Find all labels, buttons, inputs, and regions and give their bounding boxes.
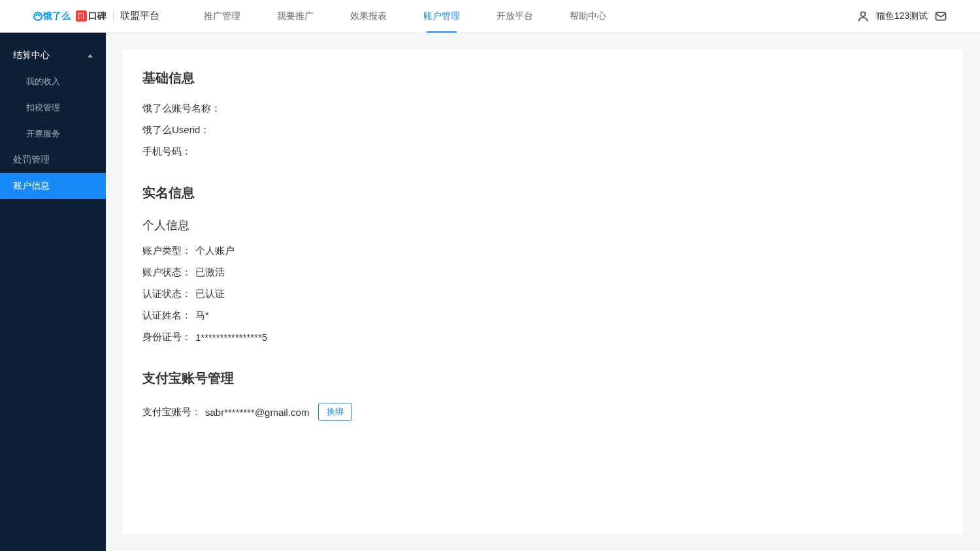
info-label: 账户状态： (142, 266, 191, 279)
nav-promotion-manage[interactable]: 推广管理 (186, 0, 259, 33)
koubei-badge-icon: 口 (76, 10, 87, 22)
info-row: 饿了么账号名称： (142, 102, 943, 115)
alipay-row: 支付宝账号： sabr********@gmail.com 换绑 (142, 403, 943, 421)
info-label: 饿了么账号名称： (142, 102, 221, 115)
platform-name: 联盟平台 (120, 10, 159, 22)
info-label: 饿了么Userid： (142, 124, 210, 136)
alipay-label: 支付宝账号： (142, 406, 201, 418)
info-row: 认证姓名： 马* (142, 309, 943, 322)
sidebar-sub-tax[interactable]: 扣税管理 (0, 95, 106, 121)
eleme-logo: 饿了么 (33, 10, 71, 22)
mail-icon[interactable] (934, 10, 947, 23)
alipay-section: 支付宝账号管理 支付宝账号： sabr********@gmail.com 换绑 (142, 370, 943, 421)
rebind-button[interactable]: 换绑 (318, 403, 352, 421)
chevron-up-icon (88, 54, 93, 57)
body-layout: 结算中心 我的收入 扣税管理 开票服务 处罚管理 账户信息 基础信息 饿了么账号… (0, 33, 980, 551)
koubei-logo-text: 口碑 (88, 10, 106, 22)
username-label[interactable]: 猫鱼123测试 (876, 10, 928, 22)
nav-account-manage[interactable]: 账户管理 (405, 0, 478, 33)
info-row: 账户类型： 个人账户 (142, 245, 943, 257)
nav-want-promote[interactable]: 我要推广 (259, 0, 332, 33)
basic-info-title: 基础信息 (142, 69, 943, 87)
info-label: 账户类型： (142, 245, 191, 257)
logo-group[interactable]: 饿了么 口 口碑 联盟平台 (33, 10, 159, 22)
alipay-value: sabr********@gmail.com (205, 407, 309, 418)
realname-section: 实名信息 个人信息 账户类型： 个人账户 账户状态： 已激活 认证状态： 已认证… (142, 184, 943, 343)
sidebar-sub-invoice[interactable]: 开票服务 (0, 121, 106, 147)
info-row: 身份证号： 1****************5 (142, 331, 943, 343)
info-value: 1****************5 (195, 332, 267, 343)
alipay-title: 支付宝账号管理 (142, 370, 943, 387)
info-label: 身份证号： (142, 331, 191, 343)
info-value: 马* (195, 309, 209, 322)
realname-title: 实名信息 (142, 184, 943, 202)
main-content: 基础信息 饿了么账号名称： 饿了么Userid： 手机号码： 实名信息 个人信息 (106, 33, 980, 551)
main-nav: 推广管理 我要推广 效果报表 账户管理 开放平台 帮助中心 (186, 0, 625, 33)
top-header: 饿了么 口 口碑 联盟平台 推广管理 我要推广 效果报表 账户管理 开放平台 帮… (0, 0, 980, 33)
user-icon[interactable] (857, 10, 870, 23)
sidebar-item-account-info[interactable]: 账户信息 (0, 173, 106, 199)
personal-info-title: 个人信息 (142, 217, 943, 233)
info-row: 饿了么Userid： (142, 124, 943, 136)
info-row: 账户状态： 已激活 (142, 266, 943, 279)
info-row: 认证状态： 已认证 (142, 288, 943, 300)
header-right: 猫鱼123测试 (857, 10, 947, 23)
info-label: 手机号码： (142, 146, 191, 158)
logo-divider (113, 10, 114, 22)
nav-help-center[interactable]: 帮助中心 (551, 0, 625, 33)
svg-point-0 (34, 12, 42, 20)
info-label: 认证状态： (142, 288, 191, 300)
sidebar-sub-income[interactable]: 我的收入 (0, 69, 106, 95)
nav-open-platform[interactable]: 开放平台 (478, 0, 551, 33)
sidebar-item-penalty[interactable]: 处罚管理 (0, 147, 106, 173)
koubei-logo: 口 口碑 (76, 10, 106, 22)
sidebar-group-title: 结算中心 (13, 50, 50, 61)
info-label: 认证姓名： (142, 309, 191, 322)
info-value: 已激活 (195, 266, 225, 279)
svg-point-1 (860, 12, 865, 16)
sidebar: 结算中心 我的收入 扣税管理 开票服务 处罚管理 账户信息 (0, 33, 106, 551)
info-value: 已认证 (195, 288, 225, 300)
info-value: 个人账户 (195, 245, 235, 257)
sidebar-group-settlement[interactable]: 结算中心 (0, 42, 106, 69)
content-card: 基础信息 饿了么账号名称： 饿了么Userid： 手机号码： 实名信息 个人信息 (123, 50, 963, 534)
basic-info-section: 基础信息 饿了么账号名称： 饿了么Userid： 手机号码： (142, 69, 943, 158)
info-row: 手机号码： (142, 146, 943, 158)
nav-report[interactable]: 效果报表 (332, 0, 405, 33)
eleme-logo-text: 饿了么 (43, 10, 71, 22)
